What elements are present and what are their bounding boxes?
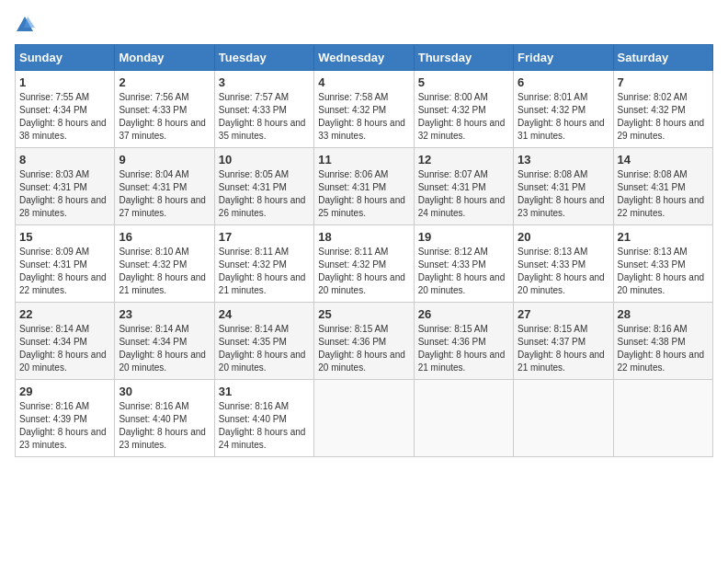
- weekday-header-sunday: Sunday: [16, 45, 115, 71]
- calendar-cell: 5Sunrise: 8:00 AMSunset: 4:32 PMDaylight…: [414, 71, 513, 148]
- cell-info: Sunrise: 8:04 AMSunset: 4:31 PMDaylight:…: [119, 168, 210, 220]
- day-number: 25: [318, 307, 409, 321]
- day-number: 11: [318, 153, 409, 167]
- day-number: 9: [119, 153, 210, 167]
- cell-info: Sunrise: 8:08 AMSunset: 4:31 PMDaylight:…: [518, 168, 609, 220]
- cell-info: Sunrise: 8:08 AMSunset: 4:31 PMDaylight:…: [618, 168, 709, 220]
- day-number: 26: [418, 307, 509, 321]
- calendar-cell: 22Sunrise: 8:14 AMSunset: 4:34 PMDayligh…: [16, 303, 115, 380]
- weekday-header-wednesday: Wednesday: [314, 45, 414, 71]
- day-number: 6: [518, 75, 609, 89]
- calendar-cell: 10Sunrise: 8:05 AMSunset: 4:31 PMDayligh…: [214, 148, 313, 225]
- cell-info: Sunrise: 8:13 AMSunset: 4:33 PMDaylight:…: [518, 246, 609, 297]
- cell-info: Sunrise: 8:16 AMSunset: 4:40 PMDaylight:…: [119, 400, 210, 452]
- cell-info: Sunrise: 8:15 AMSunset: 4:36 PMDaylight:…: [418, 323, 509, 374]
- cell-info: Sunrise: 8:07 AMSunset: 4:31 PMDaylight:…: [418, 168, 509, 220]
- day-number: 30: [119, 385, 210, 398]
- cell-info: Sunrise: 8:16 AMSunset: 4:39 PMDaylight:…: [19, 400, 110, 452]
- calendar-cell: 3Sunrise: 7:57 AMSunset: 4:33 PMDaylight…: [214, 71, 313, 148]
- cell-info: Sunrise: 8:14 AMSunset: 4:35 PMDaylight:…: [219, 323, 310, 374]
- cell-info: Sunrise: 8:00 AMSunset: 4:32 PMDaylight:…: [418, 91, 509, 143]
- day-number: 10: [219, 153, 310, 167]
- calendar-cell: 24Sunrise: 8:14 AMSunset: 4:35 PMDayligh…: [214, 303, 313, 380]
- cell-info: Sunrise: 8:13 AMSunset: 4:33 PMDaylight:…: [618, 246, 709, 297]
- calendar-cell: 7Sunrise: 8:02 AMSunset: 4:32 PMDaylight…: [613, 71, 712, 148]
- calendar-cell: 14Sunrise: 8:08 AMSunset: 4:31 PMDayligh…: [613, 148, 712, 225]
- day-number: 24: [219, 307, 310, 321]
- calendar-cell: 12Sunrise: 8:07 AMSunset: 4:31 PMDayligh…: [414, 148, 513, 225]
- calendar-cell: 26Sunrise: 8:15 AMSunset: 4:36 PMDayligh…: [414, 303, 513, 380]
- day-number: 20: [518, 230, 609, 244]
- logo: [15, 15, 42, 35]
- week-row-2: 8Sunrise: 8:03 AMSunset: 4:31 PMDaylight…: [16, 148, 713, 225]
- cell-info: Sunrise: 8:03 AMSunset: 4:31 PMDaylight:…: [19, 168, 110, 220]
- cell-info: Sunrise: 7:55 AMSunset: 4:34 PMDaylight:…: [19, 91, 110, 143]
- calendar-cell: 2Sunrise: 7:56 AMSunset: 4:33 PMDaylight…: [115, 71, 214, 148]
- calendar-cell: 27Sunrise: 8:15 AMSunset: 4:37 PMDayligh…: [514, 303, 613, 380]
- day-number: 31: [219, 385, 310, 398]
- calendar-cell: [414, 380, 513, 457]
- day-number: 16: [119, 230, 210, 244]
- cell-info: Sunrise: 8:14 AMSunset: 4:34 PMDaylight:…: [19, 323, 110, 374]
- cell-info: Sunrise: 8:11 AMSunset: 4:32 PMDaylight:…: [318, 246, 409, 297]
- weekday-header-friday: Friday: [514, 45, 613, 71]
- calendar-cell: 16Sunrise: 8:10 AMSunset: 4:32 PMDayligh…: [115, 225, 214, 303]
- weekday-header-row: SundayMondayTuesdayWednesdayThursdayFrid…: [16, 45, 713, 71]
- day-number: 21: [618, 230, 709, 244]
- cell-info: Sunrise: 8:16 AMSunset: 4:40 PMDaylight:…: [219, 400, 310, 452]
- weekday-header-saturday: Saturday: [613, 45, 712, 71]
- day-number: 19: [418, 230, 509, 244]
- calendar-cell: 31Sunrise: 8:16 AMSunset: 4:40 PMDayligh…: [214, 380, 313, 457]
- calendar-cell: 18Sunrise: 8:11 AMSunset: 4:32 PMDayligh…: [314, 225, 414, 303]
- week-row-5: 29Sunrise: 8:16 AMSunset: 4:39 PMDayligh…: [16, 380, 713, 457]
- day-number: 28: [618, 307, 709, 321]
- calendar-cell: 1Sunrise: 7:55 AMSunset: 4:34 PMDaylight…: [16, 71, 115, 148]
- day-number: 8: [19, 153, 110, 167]
- day-number: 4: [318, 75, 409, 89]
- calendar-cell: [314, 380, 414, 457]
- day-number: 2: [119, 75, 210, 89]
- day-number: 18: [318, 230, 409, 244]
- calendar-cell: 11Sunrise: 8:06 AMSunset: 4:31 PMDayligh…: [314, 148, 414, 225]
- day-number: 23: [119, 307, 210, 321]
- cell-info: Sunrise: 8:14 AMSunset: 4:34 PMDaylight:…: [119, 323, 210, 374]
- weekday-header-monday: Monday: [115, 45, 214, 71]
- calendar-cell: [514, 380, 613, 457]
- calendar-cell: [613, 380, 712, 457]
- cell-info: Sunrise: 8:15 AMSunset: 4:37 PMDaylight:…: [518, 323, 609, 374]
- calendar-cell: 19Sunrise: 8:12 AMSunset: 4:33 PMDayligh…: [414, 225, 513, 303]
- logo-icon: [15, 15, 35, 35]
- calendar-cell: 8Sunrise: 8:03 AMSunset: 4:31 PMDaylight…: [16, 148, 115, 225]
- cell-info: Sunrise: 8:12 AMSunset: 4:33 PMDaylight:…: [418, 246, 509, 297]
- cell-info: Sunrise: 8:15 AMSunset: 4:36 PMDaylight:…: [318, 323, 409, 374]
- day-number: 29: [19, 385, 110, 398]
- calendar-cell: 28Sunrise: 8:16 AMSunset: 4:38 PMDayligh…: [613, 303, 712, 380]
- cell-info: Sunrise: 8:16 AMSunset: 4:38 PMDaylight:…: [618, 323, 709, 374]
- week-row-4: 22Sunrise: 8:14 AMSunset: 4:34 PMDayligh…: [16, 303, 713, 380]
- calendar-cell: 25Sunrise: 8:15 AMSunset: 4:36 PMDayligh…: [314, 303, 414, 380]
- day-number: 17: [219, 230, 310, 244]
- calendar-cell: 23Sunrise: 8:14 AMSunset: 4:34 PMDayligh…: [115, 303, 214, 380]
- day-number: 1: [19, 75, 110, 89]
- calendar-cell: 9Sunrise: 8:04 AMSunset: 4:31 PMDaylight…: [115, 148, 214, 225]
- calendar-cell: 15Sunrise: 8:09 AMSunset: 4:31 PMDayligh…: [16, 225, 115, 303]
- day-number: 14: [618, 153, 709, 167]
- cell-info: Sunrise: 7:57 AMSunset: 4:33 PMDaylight:…: [219, 91, 310, 143]
- header: [15, 15, 713, 35]
- calendar-cell: 17Sunrise: 8:11 AMSunset: 4:32 PMDayligh…: [214, 225, 313, 303]
- day-number: 13: [518, 153, 609, 167]
- calendar-cell: 20Sunrise: 8:13 AMSunset: 4:33 PMDayligh…: [514, 225, 613, 303]
- calendar-cell: 21Sunrise: 8:13 AMSunset: 4:33 PMDayligh…: [613, 225, 712, 303]
- cell-info: Sunrise: 8:02 AMSunset: 4:32 PMDaylight:…: [618, 91, 709, 143]
- cell-info: Sunrise: 8:06 AMSunset: 4:31 PMDaylight:…: [318, 168, 409, 220]
- calendar-cell: 4Sunrise: 7:58 AMSunset: 4:32 PMDaylight…: [314, 71, 414, 148]
- day-number: 15: [19, 230, 110, 244]
- day-number: 12: [418, 153, 509, 167]
- calendar-cell: 30Sunrise: 8:16 AMSunset: 4:40 PMDayligh…: [115, 380, 214, 457]
- cell-info: Sunrise: 7:58 AMSunset: 4:32 PMDaylight:…: [318, 91, 409, 143]
- day-number: 7: [618, 75, 709, 89]
- day-number: 5: [418, 75, 509, 89]
- cell-info: Sunrise: 8:10 AMSunset: 4:32 PMDaylight:…: [119, 246, 210, 297]
- cell-info: Sunrise: 8:05 AMSunset: 4:31 PMDaylight:…: [219, 168, 310, 220]
- week-row-1: 1Sunrise: 7:55 AMSunset: 4:34 PMDaylight…: [16, 71, 713, 148]
